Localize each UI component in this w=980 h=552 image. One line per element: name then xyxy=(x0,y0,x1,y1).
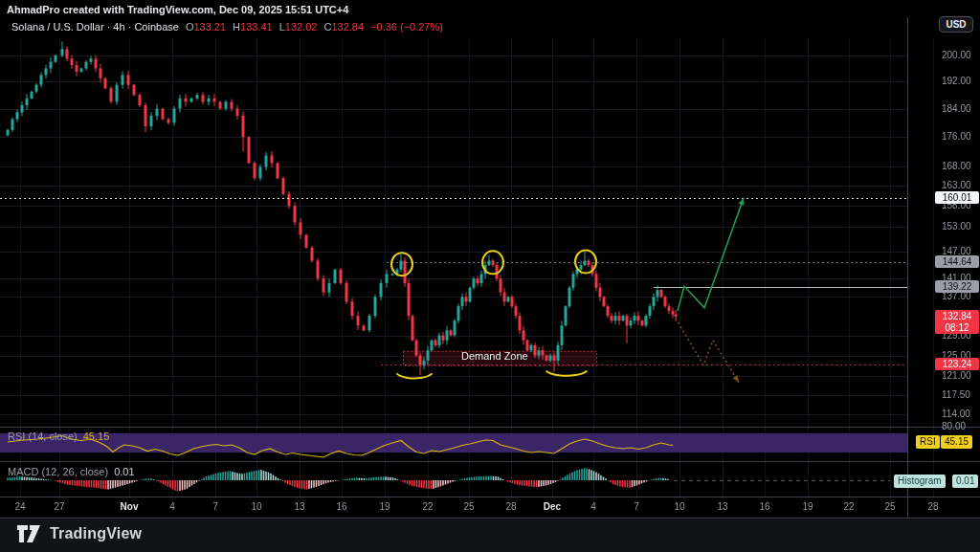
time-tick-label: 13 xyxy=(285,501,314,512)
rsi-legend-title: RSI (14, close) xyxy=(8,431,78,442)
attribution-text: AhmadPro created with TradingView.com, D… xyxy=(7,4,348,15)
time-tick-label: 10 xyxy=(665,501,694,512)
footer-branding[interactable]: TradingView xyxy=(17,525,142,542)
rsi-legend-value: 45.15 xyxy=(83,431,110,442)
rsi-legend[interactable]: RSI (14, close)45.15 xyxy=(8,431,109,442)
time-tick-label: Dec xyxy=(538,501,567,512)
price-tick-label: 153.00 xyxy=(942,221,980,232)
macd-legend-value: 0.01 xyxy=(114,466,134,477)
price-tick-label: 192.00 xyxy=(942,76,980,87)
price-line-label-144.64[interactable]: 144.64 xyxy=(935,255,979,268)
time-tick-label: 22 xyxy=(413,501,442,512)
tradingview-logo-icon xyxy=(17,525,42,542)
time-tick-label: 7 xyxy=(622,501,651,512)
time-tick-label: 19 xyxy=(793,501,822,512)
macd-legend[interactable]: MACD (12, 26, close)0.01 xyxy=(8,466,135,477)
price-tick-label: 114.00 xyxy=(942,408,980,420)
price-line-label-139.22[interactable]: 139.22 xyxy=(935,280,979,293)
demand-zone-label[interactable]: Demand Zone xyxy=(461,350,528,362)
time-tick-label: 25 xyxy=(876,501,904,512)
price-tick-label: 163.00 xyxy=(942,180,980,191)
ohlc-value: 133.21 xyxy=(193,21,226,33)
attribution-bar: AhmadPro created with TradingView.com, D… xyxy=(7,4,348,15)
time-tick-label: 10 xyxy=(242,501,271,512)
price-tick-label: 121.00 xyxy=(942,370,980,382)
chart-canvas[interactable] xyxy=(0,0,980,552)
price-tick-label: 117.50 xyxy=(942,389,980,401)
time-tick-label: 4 xyxy=(579,501,608,512)
price-line-label-123.24[interactable]: 123.24 xyxy=(935,358,979,370)
price-tick-label: 176.00 xyxy=(942,131,980,143)
ohlc-value: 132.02 xyxy=(285,21,318,33)
ohlc-values: O133.21H133.41L132.02C132.84−0.36 (−0.27… xyxy=(179,21,443,33)
time-tick-label: 7 xyxy=(201,501,230,512)
ohlc-value: 133.41 xyxy=(240,21,273,33)
price-change: −0.36 (−0.27%) xyxy=(370,21,443,33)
time-tick-label: 13 xyxy=(708,501,737,512)
time-tick-label: 4 xyxy=(158,501,187,512)
histogram-badge: Histogram xyxy=(894,475,946,488)
price-tick-label: 168.00 xyxy=(942,161,980,172)
currency-toggle-usd[interactable]: USD xyxy=(939,16,973,33)
time-tick-label: 19 xyxy=(370,501,399,512)
rsi-scale-label: 80.00 xyxy=(942,421,966,431)
time-tick-label: 28 xyxy=(497,501,525,512)
price-line-label-132.84[interactable]: 132.8408:12 xyxy=(935,310,979,334)
tradingview-window: AhmadPro created with TradingView.com, D… xyxy=(0,0,980,552)
time-tick-label: 27 xyxy=(45,501,74,512)
time-tick-label: Nov xyxy=(115,501,144,512)
ohlc-value: 132.84 xyxy=(331,21,364,33)
countdown-timer: 08:12 xyxy=(935,322,979,334)
time-tick-label: 22 xyxy=(835,501,863,512)
time-tick-label: 28 xyxy=(919,501,947,512)
ohlc-key: H xyxy=(233,21,240,33)
price-tick-label: 184.00 xyxy=(942,103,980,115)
time-tick-label: 25 xyxy=(455,501,483,512)
price-line-label-160.01[interactable]: 160.01 xyxy=(935,191,979,204)
symbol-info-bar: Solana / U.S. Dollar · 4h · CoinbaseO133… xyxy=(11,21,443,33)
time-tick-label: 16 xyxy=(327,501,356,512)
price-tick-label: 137.00 xyxy=(942,291,980,302)
time-tick-label: 16 xyxy=(750,501,779,512)
histogram-value-badge: 0.01 xyxy=(952,475,978,488)
symbol-title[interactable]: Solana / U.S. Dollar · 4h · Coinbase xyxy=(11,21,179,33)
tradingview-logo-text: TradingView xyxy=(50,525,142,542)
rsi-value-badge: 45.15 xyxy=(941,435,972,449)
rsi-badge: RSI xyxy=(916,435,940,449)
price-tick-label: 200.00 xyxy=(942,50,980,61)
macd-legend-title: MACD (12, 26, close) xyxy=(8,466,108,477)
time-tick-label: 24 xyxy=(6,501,34,512)
